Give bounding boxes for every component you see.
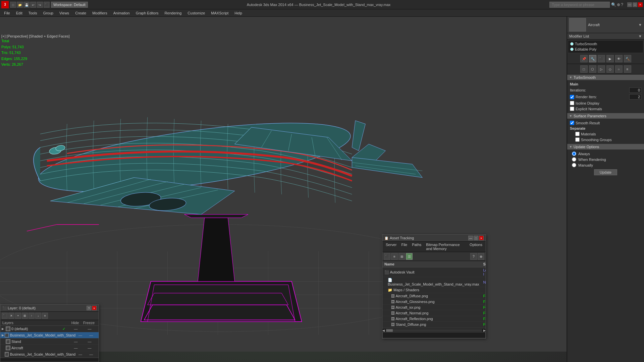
at-menu-paths[interactable]: Paths	[410, 242, 423, 251]
sub-icon3[interactable]: ▷	[598, 65, 605, 73]
minimize-btn[interactable]: —	[627, 2, 632, 7]
layer-item-stand[interactable]: ⬛ Stand — —	[0, 339, 99, 345]
isoline-checkbox[interactable]	[570, 101, 574, 105]
menu-maxscript[interactable]: MAXScript	[208, 10, 231, 16]
sub-icon6[interactable]: ≡	[624, 65, 631, 73]
at-toolbar-help[interactable]: ?	[470, 253, 477, 260]
sub-icon1[interactable]: □	[580, 65, 588, 73]
modifier-turbosmooth[interactable]: TurboSmooth	[569, 41, 642, 47]
at-menu-bitmap[interactable]: Bitmap Performance and Memory	[424, 242, 467, 251]
modifier-enable-light[interactable]	[570, 42, 574, 46]
layer-item-aircraft[interactable]: ⬛ Aircraft — —	[0, 345, 99, 351]
at-toolbar-icon2[interactable]: ≡	[391, 253, 398, 260]
close-btn[interactable]: ✕	[638, 2, 643, 7]
help-icon[interactable]: ?	[621, 2, 623, 7]
motion-icon[interactable]: ▶	[606, 55, 614, 62]
at-toolbar-icon3[interactable]: ⊞	[398, 253, 405, 260]
asset-tracking-scrollbar[interactable]: ◀ ▶	[382, 328, 486, 332]
sub-icon2[interactable]: ⬡	[589, 65, 596, 73]
undo-btn[interactable]: ↩	[30, 2, 36, 8]
asset-tracking-minimize-btn[interactable]: —	[468, 236, 473, 240]
search-input[interactable]	[549, 2, 610, 8]
sub-icon4[interactable]: ◇	[606, 65, 614, 73]
menu-views[interactable]: Views	[57, 10, 72, 16]
menu-create[interactable]: Create	[72, 10, 89, 16]
menu-animation[interactable]: Animation	[111, 10, 132, 16]
at-menu-file[interactable]: File	[399, 242, 409, 251]
update-button[interactable]: Update	[594, 169, 617, 175]
layer-item-default[interactable]: ▶ ⬛ 0 (default) ✓ — —	[0, 326, 99, 332]
menu-customize[interactable]: Customize	[185, 10, 208, 16]
render-iters-input[interactable]	[629, 94, 641, 100]
menu-rendering[interactable]: Rendering	[162, 10, 184, 16]
layer-item-business-jet2[interactable]: ⬛ Business_Jet_Scale_Model_with_Stand — …	[0, 351, 99, 358]
open-btn[interactable]: 📁	[17, 2, 23, 8]
at-toolbar-icon5[interactable]: ⊕	[478, 253, 484, 260]
when-rendering-radio[interactable]	[572, 157, 576, 162]
modifier-enable-light2[interactable]	[570, 48, 574, 51]
help-expand-icon[interactable]: ⊕	[617, 2, 620, 7]
table-row[interactable]: ⬛ Autodesk Vault Logged I	[382, 267, 486, 277]
menu-graph-editors[interactable]: Graph Editors	[133, 10, 161, 16]
new-btn[interactable]: □	[10, 2, 16, 8]
layers-toolbar-icon7[interactable]: ≡	[42, 313, 48, 319]
layers-scrollbar[interactable]	[0, 358, 99, 362]
layers-toolbar-icon5[interactable]: ↑	[29, 313, 35, 319]
at-menu-options[interactable]: Options	[468, 242, 484, 251]
scrollbar-left-btn[interactable]: ◀	[382, 329, 385, 332]
menu-edit[interactable]: Edit	[13, 10, 25, 16]
table-row[interactable]: 🖼 Aircraft_Reflection.png Found	[382, 316, 486, 322]
layers-toolbar-icon4[interactable]: ⊞	[22, 313, 28, 319]
table-row[interactable]: 📄 Business_Jet_Scale_Model_with_Stand_ma…	[382, 277, 486, 287]
scrollbar-right-btn[interactable]: ▶	[483, 329, 486, 332]
layers-toolbar-icon2[interactable]: ✕	[8, 313, 14, 319]
layer-expand-icon2[interactable]: ▶	[2, 334, 5, 337]
at-toolbar-icon4[interactable]: ☰	[406, 253, 413, 260]
layers-help-btn[interactable]: ?	[87, 306, 91, 310]
smoothing-groups-checkbox[interactable]	[575, 137, 580, 142]
layer-expand-icon[interactable]: ▶	[2, 327, 6, 330]
workspace-selector[interactable]: Workspace: Default	[51, 2, 88, 8]
at-menu-server[interactable]: Server	[384, 242, 398, 251]
table-row[interactable]: 🖼 Aircraft_Diffuse.png Found	[382, 293, 486, 299]
maximize-btn[interactable]: □	[633, 2, 637, 7]
always-radio[interactable]	[572, 152, 576, 156]
layers-close-btn[interactable]: ✕	[92, 306, 97, 310]
at-toolbar-icon1[interactable]: ⬛	[384, 253, 390, 260]
render-setup-btn[interactable]: ⬛	[44, 2, 50, 8]
layer-item-business-jet[interactable]: ▶ ⬛ Business_Jet_Scale_Model_with_Stand …	[0, 332, 99, 339]
materials-checkbox[interactable]	[575, 132, 580, 136]
display-icon[interactable]: 👁	[615, 55, 623, 62]
update-options-header[interactable]: ▼ Update Options	[567, 144, 644, 149]
render-iters-checkbox[interactable]	[570, 95, 574, 99]
layers-toolbar-icon6[interactable]: ↓	[35, 313, 41, 319]
table-row[interactable]: 🖼 Aircraft_ior.png Found	[382, 305, 486, 310]
asset-tracking-close-btn[interactable]: ✕	[479, 236, 484, 240]
explicit-normals-checkbox[interactable]	[570, 107, 574, 111]
manually-radio[interactable]	[572, 163, 576, 167]
menu-file[interactable]: File	[1, 10, 13, 16]
search-icon[interactable]: 🔍	[611, 2, 616, 7]
modifier-editable-poly[interactable]: Editable Poly	[569, 47, 642, 52]
asset-tracking-restore-btn[interactable]: □	[474, 236, 478, 240]
viewport[interactable]: [+] [Perspective] [Shaded + Edged Faces]…	[0, 17, 567, 362]
iterations-input[interactable]	[629, 87, 641, 93]
modifier-icon[interactable]: 🔧	[589, 55, 596, 62]
table-row[interactable]: 🖼 Aircraft_Normal.png Found	[382, 310, 486, 316]
redo-btn[interactable]: ↪	[37, 2, 43, 8]
menu-help[interactable]: Help	[232, 10, 245, 16]
turbosmooth-rollout-header[interactable]: ▼ TurboSmooth	[567, 75, 644, 80]
modifier-list-dropdown[interactable]: ▼	[638, 34, 642, 38]
sub-icon5[interactable]: ○	[615, 65, 623, 73]
asset-tracking-path-input[interactable]	[382, 332, 486, 338]
hierarchy-icon[interactable]: ⬛	[598, 55, 605, 62]
pin-icon[interactable]: 📌	[580, 55, 588, 62]
aircraft-dropdown-arrow[interactable]: ▼	[638, 23, 642, 27]
table-row[interactable]: 🖼 Stand_Diffuse.png Found	[382, 322, 486, 327]
smooth-result-checkbox[interactable]	[570, 121, 574, 125]
utilities-icon[interactable]: 🔨	[624, 55, 631, 62]
menu-modifiers[interactable]: Modifiers	[90, 10, 110, 16]
menu-group[interactable]: Group	[40, 10, 56, 16]
table-row[interactable]: 🖼 Aircraft_Glossiness.png Found	[382, 299, 486, 305]
menu-tools[interactable]: Tools	[26, 10, 40, 16]
